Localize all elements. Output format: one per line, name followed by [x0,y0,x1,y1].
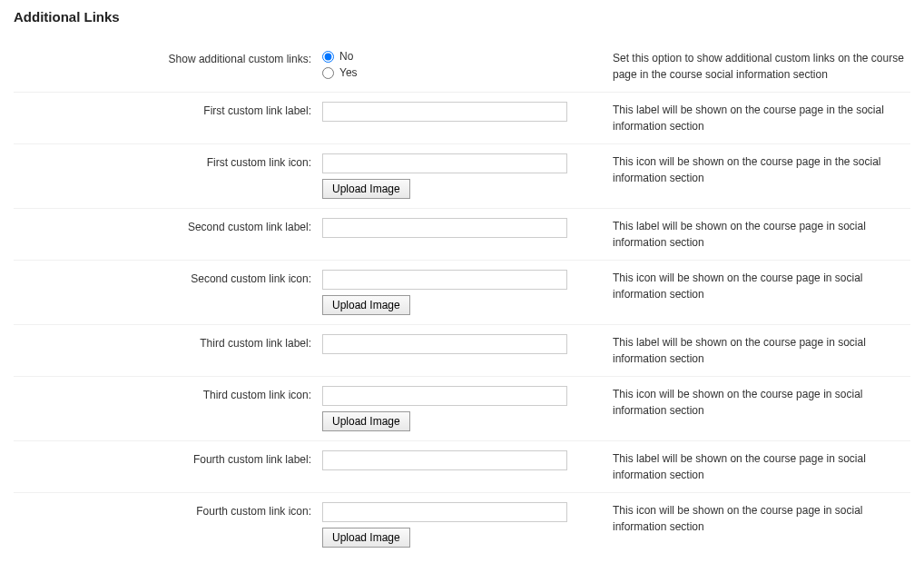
row-show-links: Show additional custom links: No Yes Set… [14,41,910,93]
first-icon-label: First custom link icon: [14,153,322,169]
show-links-label: Show additional custom links: [14,50,322,65]
third-icon-upload-button[interactable]: Upload Image [322,411,410,431]
first-label-label: First custom link label: [14,102,322,117]
third-icon-label: Third custom link icon: [14,386,322,401]
third-label-label: Third custom link label: [14,334,322,350]
fourth-icon-desc: This icon will be shown on the course pa… [613,502,910,535]
fourth-icon-upload-button[interactable]: Upload Image [322,528,410,548]
first-icon-desc: This icon will be shown on the course pa… [613,153,910,186]
show-links-radio-group: No Yes [322,50,602,79]
row-fourth-icon: Fourth custom link icon: Upload Image Th… [14,493,910,557]
third-icon-desc: This icon will be shown on the course pa… [613,386,910,419]
first-label-input[interactable] [322,102,567,122]
row-third-label: Third custom link label: This label will… [14,325,910,377]
second-label-input[interactable] [322,218,567,238]
row-fourth-label: Fourth custom link label: This label wil… [14,441,910,493]
first-icon-input[interactable] [322,153,567,173]
show-links-desc: Set this option to show additional custo… [613,50,910,83]
fourth-label-label: Fourth custom link label: [14,450,322,466]
first-icon-upload-button[interactable]: Upload Image [322,179,410,199]
second-icon-label: Second custom link icon: [14,270,322,285]
fourth-icon-label: Fourth custom link icon: [14,502,322,518]
radio-yes-item[interactable]: Yes [322,66,602,79]
section-title: Additional Links [14,9,910,25]
fourth-icon-input[interactable] [322,502,567,522]
second-icon-upload-button[interactable]: Upload Image [322,295,410,315]
row-first-label: First custom link label: This label will… [14,93,910,144]
fourth-label-input[interactable] [322,450,567,470]
radio-no-item[interactable]: No [322,50,602,63]
radio-no[interactable] [322,51,334,63]
fourth-label-desc: This label will be shown on the course p… [613,450,910,483]
second-icon-input[interactable] [322,270,567,290]
third-label-desc: This label will be shown on the course p… [613,334,910,367]
row-first-icon: First custom link icon: Upload Image Thi… [14,144,910,209]
radio-yes[interactable] [322,67,334,79]
third-label-input[interactable] [322,334,567,354]
second-label-desc: This label will be shown on the course p… [613,218,910,251]
second-label-label: Second custom link label: [14,218,322,233]
radio-yes-label: Yes [339,66,358,79]
row-second-icon: Second custom link icon: Upload Image Th… [14,261,910,325]
second-icon-desc: This icon will be shown on the course pa… [613,270,910,302]
row-second-label: Second custom link label: This label wil… [14,209,910,261]
row-third-icon: Third custom link icon: Upload Image Thi… [14,377,910,441]
radio-no-label: No [339,50,353,63]
third-icon-input[interactable] [322,386,567,406]
first-label-desc: This label will be shown on the course p… [613,102,910,134]
